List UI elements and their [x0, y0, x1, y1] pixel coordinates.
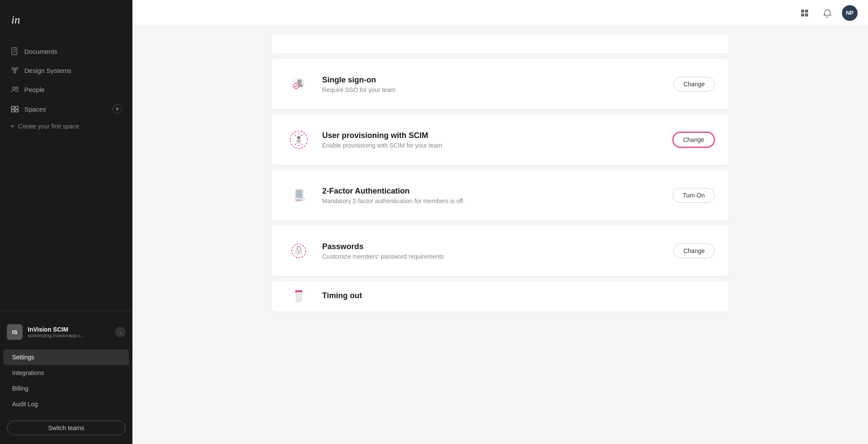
- scim-title: User provisioning with SCIM: [322, 131, 662, 140]
- plus-icon: +: [10, 122, 14, 130]
- settings-card-passwords: Passwords Customize members' password re…: [272, 226, 729, 276]
- svg-rect-25: [297, 140, 300, 141]
- svg-point-24: [297, 136, 300, 139]
- user-avatar[interactable]: NP: [842, 5, 858, 21]
- svg-point-41: [298, 252, 300, 253]
- logo[interactable]: in: [0, 0, 132, 38]
- team-url: scimtesting.invisionapp.c...: [28, 333, 110, 338]
- svg-rect-12: [11, 110, 14, 112]
- sso-change-button[interactable]: Change: [673, 77, 715, 92]
- sidebar-menu-integrations[interactable]: Integrations: [3, 365, 129, 381]
- svg-text:in: in: [11, 13, 20, 26]
- 2fa-info: 2-Factor Authentication Mandatory 2-fact…: [322, 187, 662, 204]
- people-label: People: [24, 86, 45, 93]
- settings-card-timeout: Timing out: [272, 281, 729, 312]
- svg-point-8: [13, 87, 15, 89]
- svg-rect-34: [296, 190, 302, 198]
- team-avatar: IS: [7, 324, 23, 340]
- svg-point-35: [297, 200, 298, 201]
- grid-icon[interactable]: [797, 5, 812, 21]
- sidebar-item-design-systems[interactable]: Design Systems: [0, 61, 132, 80]
- passwords-action: Change: [673, 243, 715, 258]
- team-info: InVision SCIM scimtesting.invisionapp.c.…: [28, 326, 110, 338]
- sso-title: Single sign-on: [322, 76, 663, 85]
- svg-point-36: [299, 200, 300, 201]
- people-icon: [10, 85, 19, 94]
- svg-point-20: [297, 79, 302, 84]
- settings-list: Single sign-on Require SSO for your team…: [261, 26, 739, 327]
- sso-description: Require SSO for your team: [322, 86, 663, 93]
- svg-line-28: [301, 135, 303, 136]
- settings-card-scim: User provisioning with SCIM Enable provi…: [272, 115, 729, 165]
- create-space-button[interactable]: + Create your first space: [0, 119, 132, 134]
- documents-label: Documents: [24, 48, 57, 55]
- svg-rect-17: [805, 13, 808, 16]
- svg-line-29: [295, 135, 296, 136]
- svg-line-32: [295, 144, 296, 145]
- design-systems-icon: [10, 66, 19, 75]
- svg-line-7: [15, 69, 17, 71]
- svg-rect-11: [15, 106, 18, 109]
- main-content: NP Single si: [132, 0, 868, 444]
- team-chevron-button[interactable]: ⌄: [115, 327, 125, 337]
- sso-action: Change: [673, 77, 715, 92]
- notifications-icon[interactable]: [819, 5, 835, 21]
- svg-point-2: [12, 68, 14, 70]
- team-section: IS InVision SCIM scimtesting.invisionapp…: [0, 318, 132, 346]
- svg-rect-14: [801, 10, 804, 13]
- passwords-description: Customize members' password requirements: [322, 253, 663, 260]
- scim-action: Change: [673, 132, 715, 148]
- passwords-icon: [286, 238, 312, 264]
- passwords-change-button[interactable]: Change: [673, 243, 715, 258]
- documents-icon: [10, 47, 19, 56]
- create-space-label: Create your first space: [18, 123, 79, 130]
- scim-info: User provisioning with SCIM Enable provi…: [322, 131, 662, 149]
- spaces-header: Spaces +: [0, 99, 132, 119]
- svg-rect-10: [11, 106, 14, 109]
- sidebar-nav: Documents Design Systems People: [0, 38, 132, 311]
- topbar: NP: [132, 0, 868, 26]
- sidebar-menu-billing[interactable]: Billing: [3, 381, 129, 396]
- svg-rect-13: [15, 110, 18, 112]
- sidebar-menu: Settings Integrations Billing Audit Log: [0, 346, 132, 415]
- scim-change-button[interactable]: Change: [673, 132, 715, 148]
- svg-rect-38: [301, 198, 304, 201]
- switch-teams-button[interactable]: Switch teams: [7, 421, 125, 435]
- 2fa-description: Mandatory 2-factor authentication for me…: [322, 197, 662, 204]
- svg-line-6: [13, 69, 15, 71]
- svg-line-31: [301, 144, 303, 145]
- 2fa-icon: [286, 182, 312, 208]
- 2fa-action: Turn On: [673, 188, 715, 203]
- design-systems-label: Design Systems: [24, 67, 71, 74]
- sso-icon: [286, 71, 312, 97]
- spaces-label: Spaces: [24, 105, 46, 113]
- sidebar-menu-audit-log[interactable]: Audit Log: [3, 396, 129, 412]
- timeout-title: Timing out: [322, 291, 715, 300]
- svg-rect-15: [805, 10, 808, 13]
- sidebar-menu-settings[interactable]: Settings: [3, 349, 129, 365]
- passwords-info: Passwords Customize members' password re…: [322, 242, 663, 260]
- sidebar-item-documents[interactable]: Documents: [0, 42, 132, 61]
- sidebar-bottom: IS InVision SCIM scimtesting.invisionapp…: [0, 311, 132, 444]
- svg-rect-26: [297, 141, 300, 142]
- timeout-icon: [286, 283, 312, 309]
- add-space-button[interactable]: +: [112, 104, 122, 114]
- settings-card-sso: Single sign-on Require SSO for your team…: [272, 59, 729, 109]
- sso-info: Single sign-on Require SSO for your team: [322, 76, 663, 93]
- scim-icon: [286, 127, 312, 153]
- passwords-title: Passwords: [322, 242, 663, 251]
- spaces-icon: [10, 105, 19, 113]
- scim-description: Enable provisioning with SCIM for your t…: [322, 142, 662, 149]
- sidebar: in Documents Design Systems: [0, 0, 132, 444]
- partial-card: [272, 35, 729, 54]
- svg-rect-43: [296, 292, 301, 302]
- settings-content: Single sign-on Require SSO for your team…: [132, 26, 868, 444]
- 2fa-title: 2-Factor Authentication: [322, 187, 662, 196]
- sidebar-item-people[interactable]: People: [0, 80, 132, 99]
- 2fa-turnon-button[interactable]: Turn On: [673, 188, 715, 203]
- svg-rect-16: [801, 13, 804, 16]
- svg-point-3: [16, 68, 18, 70]
- settings-card-2fa: 2-Factor Authentication Mandatory 2-fact…: [272, 170, 729, 220]
- svg-point-9: [16, 87, 18, 89]
- team-name: InVision SCIM: [28, 326, 110, 333]
